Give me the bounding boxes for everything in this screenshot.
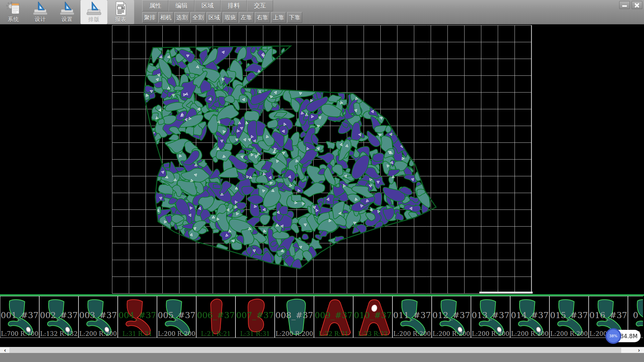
horizontal-scrollbar[interactable]: ‹ ›	[0, 347, 644, 353]
piece-shape-slab	[275, 296, 314, 338]
piece-shape-boot	[550, 296, 588, 338]
piece-shape-boot	[0, 296, 39, 338]
piece-shape-boot	[79, 296, 117, 338]
piece-thumbnail-7[interactable]: 007_#37L:31 R:31	[235, 296, 275, 338]
menu-row-2: 聚排相机选割全割区域瑕疵左靠右靠上靠下靠	[142, 12, 302, 23]
menu-item-row2-2[interactable]: 相机	[158, 12, 173, 23]
main-button-label: 设置	[61, 16, 73, 23]
main-button-design[interactable]: 设计	[27, 0, 54, 24]
piece-shape-boot	[118, 296, 157, 338]
window-bottom-edge	[0, 353, 644, 362]
piece-thumbnail-4[interactable]: 004_#37L:31 R:31	[118, 296, 157, 338]
piece-shape-boot	[511, 296, 549, 338]
piece-thumbnail-10[interactable]: 010_#37L:33 R:33	[353, 296, 392, 338]
piece-thumbnail-14[interactable]: 014_#37L:200 R:200	[510, 296, 549, 338]
piece-thumbnail-2[interactable]: 002_#37L:132 R:132	[39, 296, 78, 338]
nesting-canvas[interactable]	[0, 25, 644, 294]
piece-shape-boot	[393, 296, 431, 338]
menu-item-row1-5[interactable]: 交互	[247, 0, 273, 11]
report-doc-icon	[113, 1, 128, 16]
piece-shape-boot	[157, 296, 196, 338]
main-button-nesting[interactable]: 排版	[80, 0, 107, 24]
piece-shape-boot	[432, 296, 471, 338]
menu-item-row2-5[interactable]: 区域	[207, 12, 222, 23]
close-button[interactable]	[632, 1, 642, 9]
piece-shape-ashape	[354, 296, 392, 338]
menu-row-1: 属性编辑区域排料交互	[142, 0, 273, 11]
menu-item-row2-7[interactable]: 左靠	[239, 12, 254, 23]
menu-item-row2-9[interactable]: 上靠	[271, 12, 286, 23]
piece-thumbnail-strip: 001_#37L:700 R:700002_#37L:132 R:132003_…	[0, 296, 644, 338]
piece-thumbnail-5[interactable]: 005_#37L:200 R:200	[157, 296, 196, 338]
main-button-label: 系统	[8, 16, 19, 23]
menu-item-row2-8[interactable]: 右靠	[255, 12, 270, 23]
piece-shape-column	[197, 296, 235, 338]
main-button-label: 排版	[88, 16, 100, 23]
main-button-label: 报表	[115, 16, 126, 23]
titlebar: 系统设计设置排版报表 属性编辑区域排料交互 聚排相机选割全割区域瑕疵左靠右靠上靠…	[0, 0, 644, 24]
progress-value: 38%	[609, 334, 617, 338]
close-icon	[634, 2, 640, 8]
scroll-left-arrow-icon[interactable]: ‹	[1, 347, 9, 353]
piece-thumbnail-11[interactable]: 011_#37L:200 R:200	[392, 296, 432, 338]
minimize-button[interactable]	[619, 1, 630, 9]
piece-thumbnail-13[interactable]: 013_#37L:200 R:200	[471, 296, 510, 338]
settings-ruler-icon	[59, 1, 75, 16]
menu-item-row2-4[interactable]: 全割	[191, 12, 206, 23]
menu-item-row2-10[interactable]: 下靠	[287, 12, 302, 23]
piece-thumbnail-1[interactable]: 001_#37L:700 R:700	[0, 296, 39, 338]
canvas-bottom-scroll-thumb[interactable]	[479, 292, 533, 294]
main-button-system[interactable]: 系统	[0, 0, 27, 24]
main-button-settings[interactable]: 设置	[54, 0, 80, 24]
design-ruler-icon	[33, 1, 48, 16]
piece-thumbnail-6[interactable]: 006_#37L:21 R:21	[196, 296, 235, 338]
main-toolbar: 系统设计设置排版报表	[0, 0, 134, 24]
menu-item-row1-1[interactable]: 属性	[142, 0, 168, 11]
piece-thumbnail-3[interactable]: 003_#37L:200 R:200	[78, 296, 118, 338]
menu-item-row2-3[interactable]: 选割	[174, 12, 190, 23]
menu-item-row1-4[interactable]: 排料	[221, 0, 247, 11]
minimize-icon	[622, 5, 627, 7]
menu-item-row1-3[interactable]: 区域	[195, 0, 221, 11]
window-controls	[619, 1, 642, 9]
piece-thumbnail-15[interactable]: 015_#37L:200 R:200	[549, 296, 589, 338]
piece-shape-ashape	[314, 296, 353, 338]
main-button-label: 设计	[35, 16, 46, 23]
menu-item-row2-1[interactable]: 聚排	[142, 12, 157, 23]
piece-shape-boot	[471, 296, 510, 338]
piece-shape-boot	[40, 296, 78, 338]
scroll-right-arrow-icon[interactable]: ›	[635, 347, 643, 353]
menu-item-row2-6[interactable]: 瑕疵	[223, 12, 238, 23]
piece-shape-cshape	[236, 296, 274, 338]
system-gear-icon	[6, 1, 21, 16]
main-button-report[interactable]: 报表	[107, 0, 134, 24]
scrollbar-thumb[interactable]	[9, 348, 621, 353]
piece-thumbnail-8[interactable]: 008_#37L:200 R:200	[275, 296, 314, 338]
menu-item-row1-2[interactable]: 编辑	[168, 0, 195, 11]
progress-indicator: 38%	[605, 328, 621, 344]
piece-thumbnail-9[interactable]: 009_#37L:32 R:31	[314, 296, 353, 338]
nesting-ruler-icon	[86, 1, 102, 16]
piece-thumbnail-12[interactable]: 012_#37L:200 R:200	[432, 296, 471, 338]
